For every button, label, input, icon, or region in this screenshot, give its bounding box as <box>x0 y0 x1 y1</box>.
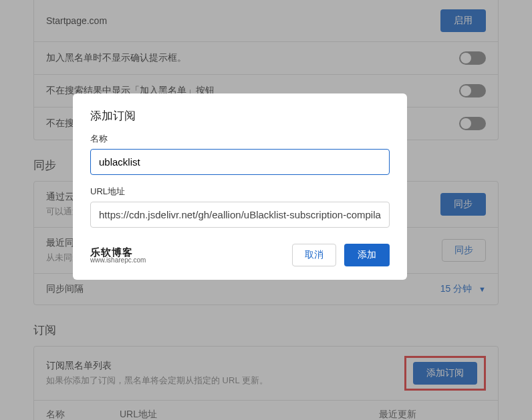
watermark-bot: www.isharepc.com <box>90 257 146 264</box>
watermark-top: 乐软博客 <box>90 247 146 257</box>
watermark: 乐软博客 www.isharepc.com <box>90 247 146 264</box>
modal-name-input[interactable] <box>90 149 390 175</box>
modal-url-input[interactable] <box>90 202 390 228</box>
modal-add-button[interactable]: 添加 <box>344 244 390 266</box>
add-subscription-modal: 添加订阅 名称 URL地址 乐软博客 www.isharepc.com 取消 添… <box>73 93 407 280</box>
modal-title: 添加订阅 <box>90 108 390 124</box>
modal-cancel-button[interactable]: 取消 <box>292 244 336 266</box>
modal-name-label: 名称 <box>90 133 390 145</box>
modal-url-label: URL地址 <box>90 186 390 198</box>
